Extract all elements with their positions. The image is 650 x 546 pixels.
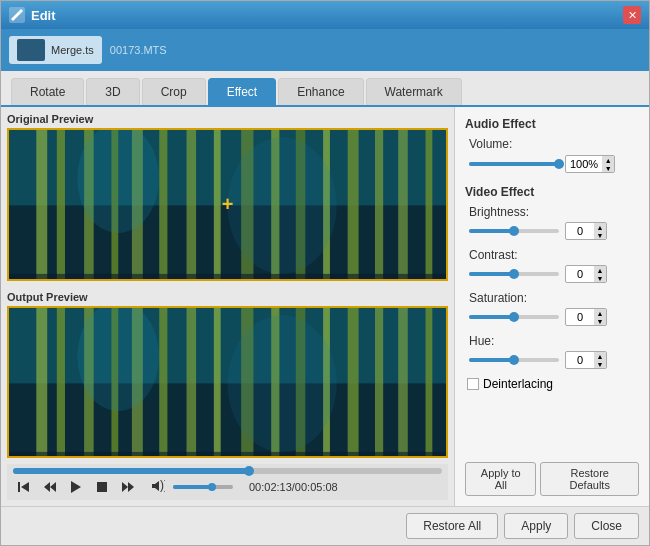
contrast-track[interactable] xyxy=(469,272,559,276)
tab-rotate[interactable]: Rotate xyxy=(11,78,84,105)
svg-rect-39 xyxy=(375,308,383,457)
svg-marker-48 xyxy=(44,482,50,492)
tab-effect[interactable]: Effect xyxy=(208,78,276,105)
restore-all-button[interactable]: Restore All xyxy=(406,513,498,539)
tab-3d[interactable]: 3D xyxy=(86,78,139,105)
volume-down-button[interactable]: ▼ xyxy=(602,164,614,172)
playback-bar: )) 00:02:13/00:05:08 xyxy=(7,464,448,500)
saturation-down-button[interactable]: ▼ xyxy=(594,317,606,325)
svg-rect-31 xyxy=(159,308,167,457)
restore-defaults-button[interactable]: Restore Defaults xyxy=(540,462,639,496)
apply-to-all-button[interactable]: Apply to All xyxy=(465,462,536,496)
tab-enhance[interactable]: Enhance xyxy=(278,78,363,105)
hue-row: Hue: 0 ▲ ▼ xyxy=(465,334,639,369)
hue-track[interactable] xyxy=(469,358,559,362)
svg-rect-9 xyxy=(159,130,167,279)
brightness-label: Brightness: xyxy=(469,205,639,219)
svg-rect-18 xyxy=(398,130,408,279)
volume-value-box: 100% ▲ ▼ xyxy=(565,155,615,173)
original-video-inner: + xyxy=(9,130,446,279)
prev-button[interactable] xyxy=(39,478,61,496)
svg-rect-16 xyxy=(348,130,359,279)
contrast-row: Contrast: 0 ▲ ▼ xyxy=(465,248,639,283)
hue-value: 0 xyxy=(566,353,594,367)
volume-track[interactable] xyxy=(469,162,559,166)
output-video-inner xyxy=(9,308,446,457)
saturation-up-button[interactable]: ▲ xyxy=(594,309,606,317)
svg-rect-32 xyxy=(187,308,197,457)
stop-icon xyxy=(95,480,109,494)
close-button[interactable]: Close xyxy=(574,513,639,539)
brightness-spin: ▲ ▼ xyxy=(594,223,606,239)
svg-point-21 xyxy=(228,137,337,274)
seek-thumb xyxy=(244,466,254,476)
contrast-fill xyxy=(469,272,514,276)
stop-button[interactable] xyxy=(91,478,113,496)
play-button[interactable] xyxy=(65,478,87,496)
svg-marker-52 xyxy=(128,482,134,492)
playback-controls: )) 00:02:13/00:05:08 xyxy=(13,478,442,496)
saturation-track[interactable] xyxy=(469,315,559,319)
file-item-1[interactable]: Merge.ts xyxy=(9,36,102,64)
seek-bar[interactable] xyxy=(13,468,442,474)
contrast-thumb xyxy=(509,269,519,279)
volume-value: 100% xyxy=(566,157,602,171)
saturation-fill xyxy=(469,315,514,319)
volume-icon-area: )) xyxy=(151,479,165,496)
contrast-down-button[interactable]: ▼ xyxy=(594,274,606,282)
tab-watermark[interactable]: Watermark xyxy=(366,78,462,105)
hue-spin: ▲ ▼ xyxy=(594,352,606,368)
svg-text:)): )) xyxy=(160,479,165,492)
saturation-value: 0 xyxy=(566,310,594,324)
svg-rect-33 xyxy=(214,308,221,457)
volume-thumb xyxy=(208,483,216,491)
brightness-up-button[interactable]: ▲ xyxy=(594,223,606,231)
tab-crop[interactable]: Crop xyxy=(142,78,206,105)
contrast-up-button[interactable]: ▲ xyxy=(594,266,606,274)
skip-start-icon xyxy=(17,480,31,494)
next-icon xyxy=(121,480,135,494)
brightness-down-button[interactable]: ▼ xyxy=(594,231,606,239)
play-icon xyxy=(69,480,83,494)
saturation-thumb xyxy=(509,312,519,322)
original-preview-label: Original Preview xyxy=(7,113,448,125)
contrast-value: 0 xyxy=(566,267,594,281)
hue-down-button[interactable]: ▼ xyxy=(594,360,606,368)
crosshair: + xyxy=(222,193,234,216)
output-video-content xyxy=(9,308,446,457)
secondary-buttons: Apply to All Restore Defaults xyxy=(465,462,639,496)
svg-rect-26 xyxy=(36,308,47,457)
contrast-spin: ▲ ▼ xyxy=(594,266,606,282)
apply-button[interactable]: Apply xyxy=(504,513,568,539)
volume-slider[interactable] xyxy=(173,485,233,489)
hue-thumb xyxy=(509,355,519,365)
svg-rect-45 xyxy=(18,482,20,492)
seek-progress xyxy=(13,468,249,474)
hue-label: Hue: xyxy=(469,334,639,348)
close-window-button[interactable]: ✕ xyxy=(623,6,641,24)
main-content: Original Preview xyxy=(1,107,649,506)
audio-effect-section: Audio Effect Volume: 100% ▲ ▼ xyxy=(465,117,639,175)
brightness-track[interactable] xyxy=(469,229,559,233)
svg-rect-11 xyxy=(214,130,221,279)
skip-start-button[interactable] xyxy=(13,478,35,496)
volume-up-button[interactable]: ▲ xyxy=(602,156,614,164)
deinterlacing-checkbox[interactable] xyxy=(467,378,479,390)
volume-fill xyxy=(173,485,212,489)
svg-marker-49 xyxy=(71,481,81,493)
volume-slider-thumb xyxy=(554,159,564,169)
svg-rect-17 xyxy=(375,130,383,279)
hue-up-button[interactable]: ▲ xyxy=(594,352,606,360)
brightness-fill xyxy=(469,229,514,233)
brightness-row: Brightness: 0 ▲ ▼ xyxy=(465,205,639,240)
brightness-thumb xyxy=(509,226,519,236)
original-video: + xyxy=(7,128,448,281)
volume-icon: )) xyxy=(151,479,165,493)
hue-slider-row: 0 ▲ ▼ xyxy=(469,351,639,369)
svg-rect-5 xyxy=(57,130,65,279)
svg-marker-51 xyxy=(122,482,128,492)
hue-fill xyxy=(469,358,514,362)
svg-marker-53 xyxy=(152,481,159,491)
tab-bar: Rotate 3D Crop Effect Enhance Watermark xyxy=(1,71,649,107)
next-button[interactable] xyxy=(117,478,139,496)
